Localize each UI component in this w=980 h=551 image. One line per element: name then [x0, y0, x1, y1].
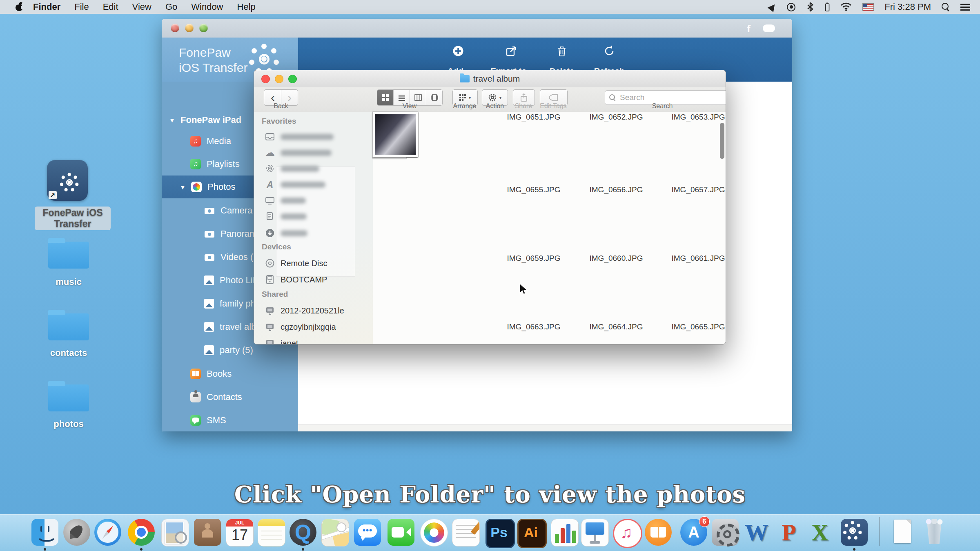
- file-label[interactable]: IMG_0660.JPG: [575, 254, 657, 263]
- sidebar-item-blurred[interactable]: A: [254, 177, 373, 192]
- file-label[interactable]: IMG_0655.JPG: [493, 185, 575, 194]
- notification-center-icon[interactable]: [960, 4, 970, 11]
- minimize-button[interactable]: [185, 24, 194, 32]
- bluetooth-icon[interactable]: [806, 2, 814, 12]
- dock-calendar-icon[interactable]: JUL 17: [226, 519, 254, 547]
- file-thumbnail[interactable]: [373, 112, 418, 157]
- dock-preview-icon[interactable]: [161, 519, 189, 547]
- dock-numbers-icon[interactable]: [551, 519, 579, 547]
- file-label[interactable]: IMG_0659.JPG: [493, 254, 575, 263]
- zoom-button[interactable]: [288, 75, 297, 83]
- dock-launchpad-icon[interactable]: [63, 519, 90, 546]
- dock-document-icon[interactable]: [889, 519, 916, 546]
- dock-facetime-icon[interactable]: [388, 519, 414, 546]
- dock-powerpoint-icon[interactable]: P: [775, 519, 802, 546]
- file-label[interactable]: IMG_0661.JPG: [657, 254, 726, 263]
- desktop-icon-fonepaw-app[interactable]: ↗: [47, 160, 88, 201]
- sidebar-item-blurred[interactable]: ☁: [254, 145, 373, 160]
- spotlight-search-icon[interactable]: [942, 3, 950, 11]
- sidebar-item-remote-disc[interactable]: Remote Disc: [254, 256, 373, 271]
- close-button[interactable]: [261, 75, 270, 83]
- sidebar-item-blurred[interactable]: [254, 225, 373, 241]
- folder-icon: [460, 75, 470, 82]
- desktop-folder-label[interactable]: music: [28, 277, 109, 287]
- search-input[interactable]: [619, 93, 724, 102]
- desktop-folder-label[interactable]: photos: [28, 419, 109, 429]
- disclosure-triangle-icon[interactable]: ▼: [180, 184, 187, 191]
- file-label[interactable]: IMG_0663.JPG: [493, 322, 575, 331]
- facebook-icon[interactable]: f: [747, 23, 751, 35]
- menu-app-name[interactable]: Finder: [33, 2, 60, 12]
- contacts-icon: [190, 392, 201, 402]
- scrollbar-thumb[interactable]: [720, 123, 724, 159]
- apple-menu-icon[interactable]: [16, 3, 23, 11]
- sidebar-item-shared-3[interactable]: janet: [254, 335, 373, 344]
- menu-view[interactable]: View: [132, 2, 151, 12]
- file-label[interactable]: IMG_0651.JPG: [493, 113, 575, 122]
- dock-messages-icon[interactable]: •••: [354, 519, 381, 546]
- dock-textedit-icon[interactable]: [452, 519, 480, 547]
- dock-photos-icon[interactable]: [420, 519, 448, 547]
- fonepaw-title-bar: f: [162, 19, 792, 38]
- menu-help[interactable]: Help: [237, 2, 256, 12]
- album-icon: [204, 322, 214, 332]
- dock-keynote-icon[interactable]: [581, 519, 609, 547]
- desktop-icon-label[interactable]: FonePaw iOS Transfer: [35, 207, 111, 230]
- file-label[interactable]: IMG_0657.JPG: [657, 185, 726, 194]
- finder-title-bar[interactable]: travel album: [254, 70, 726, 88]
- sidebar-item-books[interactable]: Books: [162, 365, 298, 383]
- sidebar-item-shared-1[interactable]: 2012-20120521le: [254, 303, 373, 318]
- dock-notes-icon[interactable]: [258, 519, 285, 547]
- close-button[interactable]: [171, 24, 179, 32]
- screen-record-icon[interactable]: [787, 3, 795, 11]
- desktop-folder-contacts[interactable]: [48, 313, 89, 340]
- file-label[interactable]: IMG_0656.JPG: [575, 185, 657, 194]
- zoom-button[interactable]: [199, 24, 208, 32]
- menu-window[interactable]: Window: [191, 2, 223, 12]
- dock-chrome-icon[interactable]: [128, 519, 155, 546]
- dock-illustrator-icon[interactable]: Ai: [517, 519, 547, 548]
- file-label[interactable]: IMG_0653.JPG: [657, 113, 726, 122]
- sidebar-item-shared-2[interactable]: cgzoylbnjlxgqia: [254, 319, 373, 335]
- sidebar-item-blurred[interactable]: [254, 161, 373, 176]
- dock-trash-icon[interactable]: [921, 519, 948, 546]
- dock-fonepaw-icon[interactable]: [841, 519, 868, 546]
- desktop-folder-music[interactable]: [48, 242, 89, 269]
- input-language-flag-icon[interactable]: [862, 3, 874, 11]
- file-label[interactable]: IMG_0665.JPG: [657, 322, 726, 331]
- dock-safari-icon[interactable]: [94, 519, 121, 546]
- menu-go[interactable]: Go: [165, 2, 177, 12]
- file-label[interactable]: IMG_0664.JPG: [575, 322, 657, 331]
- sidebar-item-blurred[interactable]: [254, 209, 373, 224]
- sidebar-item-blurred[interactable]: [254, 129, 373, 144]
- dock-photoshop-icon[interactable]: Ps: [486, 519, 515, 548]
- sidebar-item-blurred[interactable]: [254, 193, 373, 208]
- dock-excel-icon[interactable]: X: [806, 519, 833, 546]
- wifi-icon[interactable]: [840, 2, 852, 11]
- location-services-icon[interactable]: [768, 2, 778, 12]
- file-label[interactable]: IMG_0652.JPG: [575, 113, 657, 122]
- desktop-folder-label[interactable]: contacts: [28, 348, 109, 358]
- dock-app-store-icon[interactable]: A 6: [680, 519, 707, 546]
- desktop-folder-photos[interactable]: [48, 384, 89, 411]
- media-icon: ♫: [190, 136, 201, 147]
- minimize-button[interactable]: [275, 75, 283, 83]
- refresh-icon: [603, 45, 615, 57]
- dock-itunes-icon[interactable]: ♫: [613, 519, 642, 548]
- dock-system-preferences-icon[interactable]: [712, 519, 739, 546]
- dock-contacts-icon[interactable]: [194, 519, 221, 546]
- sidebar-item-sms[interactable]: SMS: [162, 411, 298, 429]
- sidebar-item-bootcamp[interactable]: BOOTCAMP: [254, 272, 373, 287]
- menu-clock[interactable]: Fri 3:28 PM: [884, 2, 931, 12]
- disclosure-triangle-icon[interactable]: ▼: [169, 117, 176, 124]
- dock-maps-icon[interactable]: [321, 519, 349, 547]
- sidebar-item-contacts[interactable]: Contacts: [162, 388, 298, 406]
- dock-quicktime-icon[interactable]: Q: [290, 519, 316, 546]
- dock-word-icon[interactable]: W: [743, 519, 770, 546]
- dock-ibooks-icon[interactable]: [645, 519, 672, 546]
- desktop-icon: [265, 196, 275, 205]
- menu-edit[interactable]: Edit: [103, 2, 118, 12]
- menu-file[interactable]: File: [74, 2, 89, 12]
- dock-finder-icon[interactable]: [31, 519, 58, 546]
- chat-bubble-icon[interactable]: [763, 24, 775, 32]
